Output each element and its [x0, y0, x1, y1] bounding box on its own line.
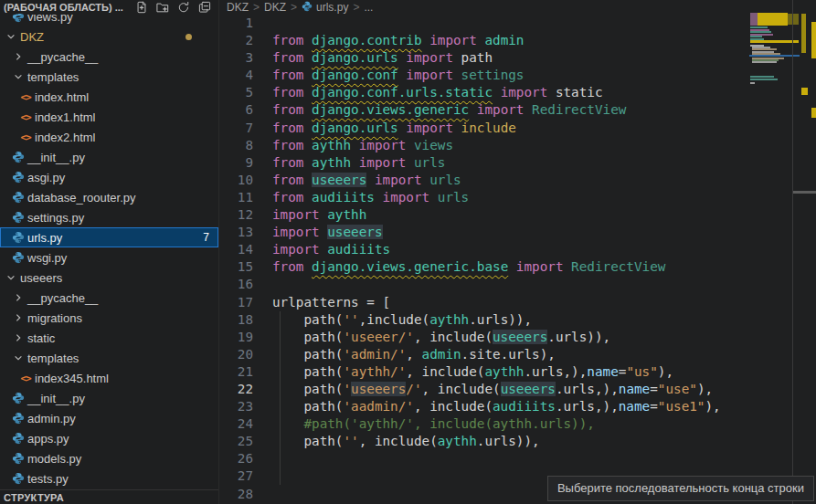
line-number: 22 [219, 381, 253, 398]
tree-file-models-py[interactable]: models.py [0, 448, 218, 468]
chevron-down-icon [4, 272, 18, 283]
code-area[interactable]: 12from django.contrib import admin3from … [219, 15, 816, 503]
tree-file-index2-html[interactable]: <>index2.html [0, 127, 218, 147]
line-number: 14 [219, 241, 253, 258]
chevron-right-icon [11, 51, 26, 62]
code-line[interactable]: 13import useeers [219, 224, 816, 241]
py-file-icon [11, 171, 26, 184]
collapse-folders-icon[interactable] [197, 1, 211, 15]
code-line[interactable]: 19 path('useeer/', include(useeers.urls)… [219, 329, 816, 346]
tree-file-database-roouter-py[interactable]: database_roouter.py [0, 187, 218, 207]
line-number: 19 [219, 329, 253, 346]
line-number: 27 [219, 467, 253, 485]
line-number: 25 [219, 433, 253, 450]
breadcrumb-item[interactable]: urls.py [302, 1, 348, 15]
outline-section-header[interactable]: СТРУКТУРА [0, 489, 218, 504]
line-number: 9 [219, 154, 253, 172]
tree-folder-migrations[interactable]: migrations [0, 308, 218, 328]
line-number: 28 [219, 486, 253, 503]
code-line[interactable]: 24 #path('aythh/', include(aythh.urls)), [219, 415, 816, 433]
line-number: 11 [219, 189, 253, 206]
code-line[interactable]: 21 path('aythh/', include(aythh.urls,),n… [219, 363, 816, 381]
breadcrumb-separator: > [353, 1, 359, 14]
tree-folder--pycache-[interactable]: __pycache__ [0, 288, 218, 308]
code-line[interactable]: 15from django.views.generic.base import … [219, 258, 816, 276]
minimap-bar [752, 61, 777, 63]
line-number: 8 [219, 137, 253, 154]
breadcrumb-item[interactable]: DKZ [227, 1, 249, 14]
code-line[interactable]: 3from django.urls import path [219, 49, 816, 67]
tree-file-wsgi-py[interactable]: wsgi.py [0, 247, 218, 268]
breadcrumb-separator: > [253, 1, 260, 14]
tree-file-urls-py[interactable]: urls.py7 [0, 227, 218, 247]
code-line[interactable]: 1 [219, 15, 816, 32]
modified-dot [185, 34, 192, 40]
py-file-icon [11, 251, 26, 264]
breadcrumb-item[interactable]: DKZ [264, 1, 286, 14]
tree-file-index345-html[interactable]: <>index345.html [0, 368, 218, 388]
code-line[interactable]: 2from django.contrib import admin [219, 32, 816, 49]
problems-badge: 7 [203, 231, 209, 244]
new-folder-icon[interactable] [155, 1, 169, 15]
minimap-bar [788, 14, 799, 25]
py-file-icon [11, 231, 26, 244]
line-number: 2 [219, 32, 253, 49]
tree-folder-static[interactable]: static [0, 328, 218, 348]
line-number: 20 [219, 346, 253, 363]
code-line[interactable]: 12import aythh [219, 206, 816, 224]
tree-folder--pycache-[interactable]: __pycache__ [0, 47, 218, 67]
tree-file-index1-html[interactable]: <>index1.html [0, 107, 218, 127]
code-line[interactable]: 7from django.urls import include [219, 120, 816, 137]
code-line[interactable]: 26 [219, 450, 816, 467]
tree-file-settings-py[interactable]: settings.py [0, 207, 218, 227]
chevron-down-icon [11, 71, 26, 82]
tree-file-index-html[interactable]: <>index.html [0, 87, 218, 107]
code-line[interactable]: 5from django.conf.urls.static import sta… [219, 84, 816, 101]
line-number: 6 [219, 101, 253, 119]
line-number: 5 [219, 84, 253, 101]
line-number: 7 [219, 120, 253, 137]
tree-file--init-py[interactable]: __init__.py [0, 388, 218, 408]
tree-file--init-py[interactable]: __init__.py [0, 147, 218, 167]
tree-folder-templates[interactable]: templates [0, 348, 218, 368]
code-line[interactable]: 22 path('useeers/', include(useeers.urls… [219, 381, 816, 398]
code-line[interactable]: 20 path('admin/', admin.site.urls), [219, 346, 816, 363]
code-line[interactable]: 25 path('', include(aythh.urls)), [219, 433, 816, 450]
code-editor[interactable]: DKZ>DKZ>urls.py>... 12from django.contri… [219, 0, 816, 504]
refresh-explorer-icon[interactable] [176, 1, 190, 15]
explorer-section-header[interactable]: (РАБОЧАЯ ОБЛАСТЬ) ... [0, 0, 218, 14]
line-number: 1 [219, 15, 253, 32]
line-number: 17 [219, 294, 253, 311]
new-file-icon[interactable] [134, 1, 148, 15]
python-file-icon [302, 1, 313, 15]
explorer-actions [134, 1, 215, 15]
chevron-right-icon [11, 292, 26, 303]
code-line[interactable]: 14import audiiits [219, 241, 816, 258]
tree-folder-dkz[interactable]: DKZ [0, 26, 218, 47]
tree-file-apps-py[interactable]: apps.py [0, 428, 218, 448]
code-line[interactable]: 10from useeers import urls [219, 172, 816, 189]
code-line[interactable]: 18 path('',include(aythh.urls)), [219, 311, 816, 329]
code-line[interactable]: 11from audiiits import urls [219, 189, 816, 206]
line-number: 24 [219, 415, 253, 433]
tree-folder-templates[interactable]: templates [0, 67, 218, 87]
code-line[interactable]: 23 path('aadmin/', include(audiiits.urls… [219, 398, 816, 415]
py-file-icon [11, 432, 26, 445]
line-number: 13 [219, 224, 253, 241]
code-line[interactable]: 4from django.conf import settings [219, 67, 816, 84]
tree-file-tests-py[interactable]: tests.py [0, 468, 218, 488]
code-line[interactable]: 8from aythh import views [219, 137, 816, 154]
explorer-sidebar: (РАБОЧАЯ ОБЛАСТЬ) ... views.pyDKZ__pycac… [0, 0, 219, 504]
tree-file-admin-py[interactable]: admin.py [0, 408, 218, 428]
minimap-bar [750, 79, 778, 80]
code-line[interactable]: 17urlpatterns = [ [219, 294, 816, 311]
code-line[interactable]: 16 [219, 276, 816, 293]
code-line[interactable]: 6from django.views.generic import Redire… [219, 101, 816, 119]
tree-folder-useeers[interactable]: useeers [0, 268, 218, 288]
py-file-icon [11, 412, 26, 425]
code-line[interactable]: 9from aythh import urls [219, 154, 816, 172]
indent-guide [280, 311, 281, 485]
breadcrumb-item[interactable]: ... [364, 1, 373, 14]
tree-file-asgi-py[interactable]: asgi.py [0, 167, 218, 187]
line-number: 3 [219, 49, 253, 67]
